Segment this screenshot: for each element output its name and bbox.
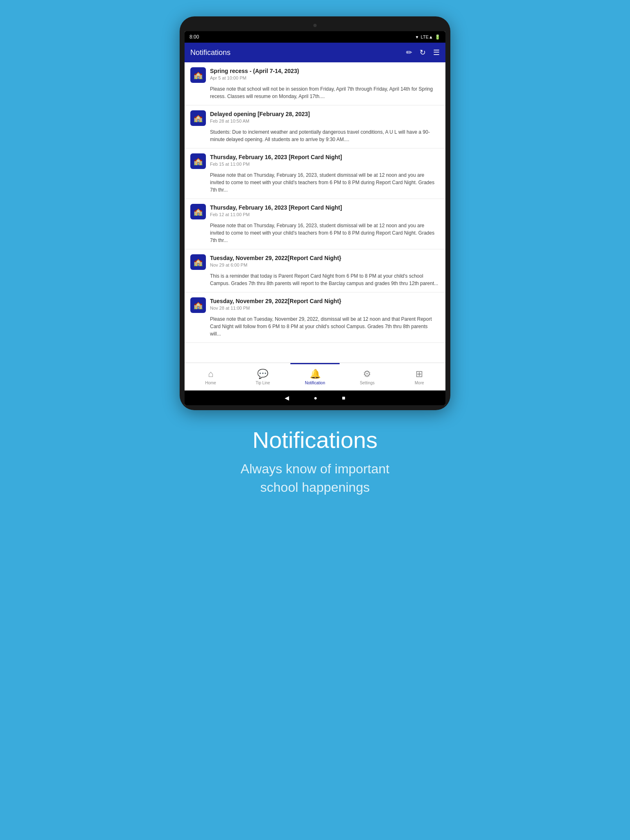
notif-header: 🏫 Spring recess - (April 7-14, 2023) Apr…: [190, 67, 440, 83]
gear-tab-icon: ⚙: [363, 369, 371, 379]
wifi-icon: ▼: [415, 35, 419, 39]
notif-header: 🏫 Thursday, February 16, 2023 [Report Ca…: [190, 204, 440, 219]
tab-label: Tip Line: [256, 381, 270, 385]
android-nav: ◀ ● ■: [185, 390, 445, 405]
tab-home[interactable]: ⌂ Home: [185, 369, 237, 385]
notif-title: Tuesday, November 29, 2022[Report Card N…: [210, 254, 440, 262]
notif-header: 🏫 Thursday, February 16, 2023 [Report Ca…: [190, 153, 440, 169]
battery-icon: 🔋: [435, 34, 441, 40]
recents-button[interactable]: ■: [342, 395, 345, 401]
notif-meta: Tuesday, November 29, 2022[Report Card N…: [210, 297, 440, 310]
notif-header: 🏫 Delayed opening [February 28, 2023] Fe…: [190, 110, 440, 126]
refresh-icon[interactable]: ↻: [420, 48, 426, 57]
tablet-screen: 8:00 ▼ LTE▲ 🔋 Notifications ✏ ↻ ☰ 🏫 Spri…: [185, 31, 445, 405]
grid-tab-icon: ⊞: [415, 369, 423, 379]
pencil-icon[interactable]: ✏: [406, 48, 412, 57]
menu-icon[interactable]: ☰: [433, 48, 440, 57]
list-item[interactable]: 🏫 Thursday, February 16, 2023 [Report Ca…: [185, 148, 445, 199]
tab-settings[interactable]: ⚙ Settings: [341, 369, 393, 385]
notif-date: Feb 15 at 11:00 PM: [210, 162, 440, 167]
page-title: Notifications: [190, 48, 406, 57]
camera: [313, 24, 317, 27]
notif-meta: Tuesday, November 29, 2022[Report Card N…: [210, 254, 440, 267]
school-logo: 🏫: [190, 153, 206, 169]
notif-title: Tuesday, November 29, 2022[Report Card N…: [210, 297, 440, 305]
nav-icons: ✏ ↻ ☰: [406, 48, 440, 57]
notification-list: 🏫 Spring recess - (April 7-14, 2023) Apr…: [185, 62, 445, 363]
school-logo: 🏫: [190, 254, 206, 270]
notif-date: Feb 28 at 10:50 AM: [210, 119, 440, 123]
list-item[interactable]: 🏫 Spring recess - (April 7-14, 2023) Apr…: [185, 62, 445, 105]
status-icons: ▼ LTE▲ 🔋: [415, 34, 441, 40]
promo-subtitle: Always know of importantschool happening…: [241, 460, 390, 497]
notif-meta: Delayed opening [February 28, 2023] Feb …: [210, 110, 440, 123]
school-logo: 🏫: [190, 297, 206, 313]
notif-title: Spring recess - (April 7-14, 2023): [210, 67, 440, 75]
status-bar: 8:00 ▼ LTE▲ 🔋: [185, 31, 445, 43]
notif-body: Please note that school will not be in s…: [210, 85, 440, 100]
notif-body: Please note that on Tuesday, November 29…: [210, 315, 440, 338]
notif-meta: Thursday, February 16, 2023 [Report Card…: [210, 204, 440, 217]
notif-date: Nov 28 at 11:00 PM: [210, 306, 440, 310]
top-nav: Notifications ✏ ↻ ☰: [185, 43, 445, 62]
tablet-frame: 8:00 ▼ LTE▲ 🔋 Notifications ✏ ↻ ☰ 🏫 Spri…: [180, 16, 450, 410]
network-icon: LTE▲: [421, 34, 433, 39]
school-logo: 🏫: [190, 110, 206, 126]
chat-tab-icon: 💬: [257, 369, 268, 379]
notif-body: Please note that on Thursday, February 1…: [210, 222, 440, 244]
notif-header: 🏫 Tuesday, November 29, 2022[Report Card…: [190, 297, 440, 313]
notif-date: Nov 29 at 6:00 PM: [210, 262, 440, 267]
notif-title: Thursday, February 16, 2023 [Report Card…: [210, 204, 440, 211]
notif-body: Students: Due to inclement weather and p…: [210, 128, 440, 143]
notif-body: This is a reminder that today is Parent …: [210, 272, 440, 287]
notif-meta: Thursday, February 16, 2023 [Report Card…: [210, 153, 440, 167]
promo-section: Notifications Always know of importantsc…: [241, 427, 390, 497]
bell-tab-icon: 🔔: [310, 369, 321, 379]
notif-title: Delayed opening [February 28, 2023]: [210, 110, 440, 118]
tab-label: Settings: [360, 381, 374, 385]
bottom-nav: ⌂ Home 💬 Tip Line 🔔 Notification ⚙ Setti…: [185, 363, 445, 390]
notif-body: Please note that on Thursday, February 1…: [210, 171, 440, 194]
list-item[interactable]: 🏫 Thursday, February 16, 2023 [Report Ca…: [185, 199, 445, 249]
tab-label: Home: [205, 381, 216, 385]
school-logo: 🏫: [190, 204, 206, 219]
notif-header: 🏫 Tuesday, November 29, 2022[Report Card…: [190, 254, 440, 270]
promo-title: Notifications: [241, 427, 390, 453]
list-item[interactable]: 🏫 Delayed opening [February 28, 2023] Fe…: [185, 105, 445, 148]
list-item[interactable]: 🏫 Tuesday, November 29, 2022[Report Card…: [185, 292, 445, 343]
notif-date: Apr 5 at 10:00 PM: [210, 75, 440, 80]
back-button[interactable]: ◀: [285, 395, 289, 401]
tab-more[interactable]: ⊞ More: [393, 369, 445, 385]
tab-notification[interactable]: 🔔 Notification: [289, 369, 341, 385]
time: 8:00: [189, 34, 199, 40]
notif-date: Feb 12 at 11:00 PM: [210, 212, 440, 217]
list-item[interactable]: 🏫 Tuesday, November 29, 2022[Report Card…: [185, 249, 445, 292]
tab-label: Notification: [305, 381, 325, 385]
notif-meta: Spring recess - (April 7-14, 2023) Apr 5…: [210, 67, 440, 80]
school-logo: 🏫: [190, 67, 206, 83]
tab-label: More: [415, 381, 424, 385]
home-button[interactable]: ●: [314, 395, 317, 401]
notif-title: Thursday, February 16, 2023 [Report Card…: [210, 153, 440, 161]
tab-tip-line[interactable]: 💬 Tip Line: [237, 369, 289, 385]
home-tab-icon: ⌂: [208, 369, 213, 379]
